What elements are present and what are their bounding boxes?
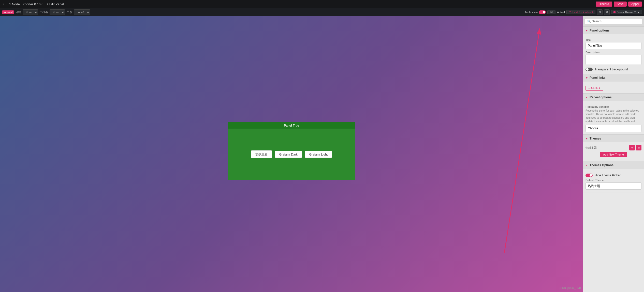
repeat-description: Repeat this panel for each value in the …: [586, 109, 641, 123]
back-button[interactable]: ←: [2, 2, 6, 6]
repeat-by-label: Repeat by variable: [586, 105, 641, 108]
themes-options-label: Themes Options: [590, 163, 613, 167]
table-view-switch[interactable]: [539, 10, 546, 14]
search-field[interactable]: 🔍: [585, 18, 642, 24]
theme-dot: [613, 11, 616, 13]
transparent-bg-label: Transparent background: [595, 68, 628, 71]
title-input[interactable]: [586, 42, 641, 49]
zoom-button[interactable]: ⊕: [597, 9, 603, 15]
repeat-options-header[interactable]: ▼ Repeat options: [583, 94, 644, 101]
hide-theme-picker-toggle[interactable]: [586, 174, 593, 177]
panel-links-caret: ▼: [586, 76, 588, 79]
transparent-bg-toggle[interactable]: [586, 68, 593, 71]
env-select[interactable]: None: [23, 9, 38, 15]
panel-header: Panel Title: [228, 122, 355, 129]
themes-header[interactable]: ▼ Themes: [583, 135, 644, 142]
themes-body: 热线主题 ✎ 🗑 Add New Theme: [583, 142, 644, 161]
title-label: Title: [586, 38, 641, 41]
repeat-variable-select[interactable]: Choose: [586, 125, 641, 132]
apply-button[interactable]: Apply: [628, 2, 642, 7]
theme-chevron-icon: ▾: [634, 10, 636, 14]
panel-links-label: Panel links: [590, 76, 606, 80]
search-input[interactable]: [592, 20, 640, 23]
theme-name-label: Boom Theme: [617, 11, 633, 14]
theme-item: 热线主题 ✎ 🗑: [586, 145, 641, 150]
clock-icon: ⏱: [569, 11, 572, 14]
main-layout: Panel Title 热线主题 Grafana Dark Grafana Li…: [0, 16, 644, 292]
repeat-options-caret: ▼: [586, 96, 588, 99]
add-new-theme-button[interactable]: Add New Theme: [600, 152, 627, 157]
repeat-options-label: Repeat options: [590, 96, 612, 99]
themes-label: Themes: [590, 137, 601, 140]
themes-options-header[interactable]: ▼ Themes Options: [583, 161, 644, 169]
interval-tag[interactable]: interval: [2, 10, 14, 14]
hostname-label: 主机名: [40, 10, 48, 14]
toolbar: interval 环境 None 主机名 None 节点 node1 Table…: [0, 8, 644, 16]
save-button[interactable]: Save: [614, 2, 627, 7]
default-theme-label: Default Theme: [586, 179, 641, 182]
env-label: 环境: [16, 10, 21, 14]
node-label: 节点: [67, 10, 72, 14]
add-link-button[interactable]: + Add link: [586, 86, 603, 91]
time-range-label: Last 5 minutes: [573, 11, 591, 14]
panel-options-label: Panel options: [590, 29, 610, 32]
panel-options-caret: ▼: [586, 29, 588, 32]
actual-label: Actual: [557, 11, 565, 14]
theme-delete-button[interactable]: 🗑: [636, 145, 641, 150]
panel-theme-btn-2[interactable]: Grafana Dark: [275, 151, 302, 158]
themes-options-section: ▼ Themes Options Hide Theme Picker Defau…: [583, 161, 644, 192]
hide-theme-picker-label: Hide Theme Picker: [595, 174, 621, 177]
panel-options-body: Title Description Transparent background: [583, 34, 644, 74]
panel-container: Panel Title 热线主题 Grafana Dark Grafana Li…: [228, 122, 355, 180]
canvas: Panel Title 热线主题 Grafana Dark Grafana Li…: [0, 16, 583, 292]
panel-links-header[interactable]: ▼ Panel links: [583, 74, 644, 82]
themes-caret: ▼: [586, 137, 588, 140]
svg-line-1: [504, 28, 540, 253]
fill-button[interactable]: Fill: [547, 10, 555, 14]
panel-links-section: ▼ Panel links + Add link: [583, 74, 644, 94]
refresh-button[interactable]: ↺: [604, 9, 610, 15]
top-bar: ← 1 Node Exporter 0.16 0... / Edit Panel…: [0, 0, 644, 8]
watermark: CSDN @晚风_ENB: [559, 286, 581, 290]
chevron-down-icon: ▾: [592, 10, 593, 14]
default-theme-input[interactable]: [586, 182, 641, 190]
theme-expand-icon: ▲: [637, 11, 640, 14]
top-bar-actions: Discard Save Apply: [596, 2, 642, 7]
sidebar-search-area: 🔍: [583, 16, 644, 27]
page-title: 1 Node Exporter 0.16 0... / Edit Panel: [9, 2, 594, 6]
description-input[interactable]: [586, 55, 641, 65]
theme-item-actions: ✎ 🗑: [629, 145, 641, 150]
panel-theme-btn-1[interactable]: 热线主题: [251, 150, 272, 158]
themes-options-body: Hide Theme Picker Default Theme: [583, 169, 644, 192]
panel-body: 热线主题 Grafana Dark Grafana Light: [228, 129, 355, 180]
themes-options-caret: ▼: [586, 164, 588, 167]
transparent-bg-row: Transparent background: [586, 68, 641, 71]
description-label: Description: [586, 51, 641, 54]
repeat-options-section: ▼ Repeat options Repeat by variable Repe…: [583, 94, 644, 135]
themes-section: ▼ Themes 热线主题 ✎ 🗑 Add New Theme: [583, 135, 644, 161]
right-sidebar: 🔍 ▼ Panel options Title Description Tran…: [583, 16, 644, 292]
time-range-picker[interactable]: ⏱ Last 5 minutes ▾: [566, 10, 596, 14]
theme-item-name: 热线主题: [586, 146, 597, 150]
panel-options-section: ▼ Panel options Title Description Transp…: [583, 27, 644, 74]
hostname-select[interactable]: None: [50, 9, 65, 15]
table-view-toggle[interactable]: Table view: [525, 10, 546, 14]
hide-theme-picker-row: Hide Theme Picker: [586, 174, 641, 177]
node-select[interactable]: node1: [74, 9, 90, 15]
theme-edit-button[interactable]: ✎: [629, 145, 635, 150]
search-icon: 🔍: [587, 20, 591, 23]
discard-button[interactable]: Discard: [596, 2, 612, 7]
panel-links-body: + Add link: [583, 82, 644, 93]
panel-theme-btn-3[interactable]: Grafana Light: [305, 151, 332, 158]
repeat-options-body: Repeat by variable Repeat this panel for…: [583, 101, 644, 134]
theme-selector[interactable]: Boom Theme ▾ ▲: [611, 10, 642, 14]
panel-options-header[interactable]: ▼ Panel options: [583, 27, 644, 34]
table-view-label: Table view: [525, 11, 538, 14]
